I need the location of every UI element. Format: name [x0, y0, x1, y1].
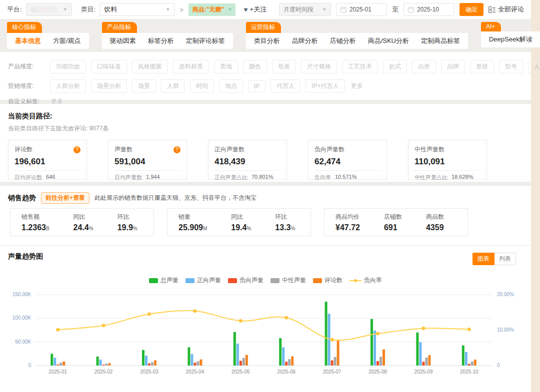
svg-text:2025-05: 2025-05 [232, 369, 250, 375]
sales-metric-value: 24.4% [74, 223, 94, 232]
filter-chips: 功能功效口味味道风格图案原料材质质地颜色包装尺寸规格工艺技术款式品类品牌形状型号… [50, 58, 540, 75]
sales-metric-value: 19.4% [231, 223, 251, 232]
period-type-select[interactable]: 月度时间段 ▼ [279, 3, 331, 16]
all-comments-button[interactable]: 全部评论 [488, 5, 524, 14]
toggle-list-view[interactable]: 列表 [494, 253, 516, 265]
sales-metric-unit: % [290, 226, 295, 231]
close-icon[interactable]: × [228, 6, 232, 13]
sales-metric-value: 19.9% [118, 223, 138, 232]
sales-metric-value: 4359 [426, 223, 444, 232]
topbar-right: 月度时间段 ▼ 2025-01 至 2025-10 确定 全部评论 [279, 3, 524, 16]
nav-tab[interactable]: 商品/SKU分析 [368, 36, 409, 45]
svg-text:20.00%: 20.00% [497, 292, 514, 297]
sales-card: 销量25.909M同比19.4%环比13.3% [167, 208, 311, 236]
follow-label: +关注 [250, 5, 267, 14]
legend-label: 负向声量 [240, 276, 264, 285]
svg-text:2025-03: 2025-03 [140, 369, 158, 375]
filter-chip[interactable]: 工艺技术 [342, 60, 378, 73]
nav-tab[interactable]: 类目分析 [254, 36, 280, 45]
metric-card-header: 中性声量数 [414, 145, 480, 154]
date-from-input[interactable]: 2025-01 [336, 3, 387, 16]
sales-metric: 店铺数691 [384, 213, 402, 232]
platform-value-redacted [30, 6, 58, 12]
filter-chip[interactable]: 口味味道 [91, 60, 127, 73]
legend-swatch [228, 278, 237, 283]
svg-text:100.00K: 100.00K [12, 315, 32, 321]
filter-chip[interactable]: 人体特征 [528, 60, 540, 73]
legend-item[interactable]: 总声量 [149, 276, 178, 285]
calendar-icon [408, 7, 414, 12]
filter-chip[interactable]: IP+代言人 [306, 79, 344, 93]
filter-chip[interactable]: 地点 [219, 79, 243, 93]
nav-group-badge: 核心指标 [7, 22, 42, 33]
filter-chip[interactable]: 品类 [412, 60, 436, 73]
chevron-down-icon: ▼ [322, 7, 326, 12]
filter-chip[interactable]: 场景分析 [91, 79, 127, 93]
nav-tab[interactable]: 品牌分析 [292, 36, 318, 45]
help-icon[interactable]: ? [174, 146, 180, 153]
metric-card: 声量数?591,004日均声量数1,944 [108, 140, 187, 180]
sales-metric-unit: M [203, 226, 207, 231]
legend-item[interactable]: 负向率 [350, 276, 382, 285]
legend-item[interactable]: 负向声量 [228, 276, 264, 285]
sales-metric-label: 销量 [178, 213, 207, 221]
metric-card-footer: 日均评论数646 [14, 174, 80, 181]
filter-chip[interactable]: 型号 [499, 60, 523, 73]
filter-chip[interactable]: 人群分析 [50, 79, 86, 93]
filter-chip[interactable]: 品牌 [441, 60, 465, 73]
filter-chip[interactable]: 人群 [161, 79, 185, 93]
filter-chip[interactable]: 包装 [272, 60, 296, 73]
legend-swatch [186, 278, 194, 283]
more-link[interactable]: 更多 [351, 82, 363, 90]
filter-chip[interactable]: 时间 [190, 79, 214, 93]
filter-chip[interactable]: 功能功效 [50, 60, 86, 73]
legend-item[interactable]: 正向声量 [186, 276, 221, 285]
sales-metric-label: 商品均价 [336, 213, 360, 221]
sales-title: 销售趋势 [8, 194, 36, 203]
svg-text:150.00K: 150.00K [12, 292, 32, 297]
filter-chip[interactable]: 场景 [132, 79, 156, 93]
nav-tab[interactable]: 店铺分析 [330, 36, 356, 45]
nav-tab[interactable]: 定制商品标签 [421, 36, 460, 45]
sales-metric: 同比24.4% [74, 213, 94, 232]
comment-list-icon [488, 6, 496, 13]
svg-text:2025-07: 2025-07 [323, 369, 342, 375]
filter-chip[interactable]: 款式 [383, 60, 407, 73]
filter-chip[interactable]: 形状 [470, 60, 494, 73]
nav-tab[interactable]: 方面/观点 [53, 36, 81, 45]
sales-metric: 商品均价¥47.72 [336, 213, 360, 232]
breadcrumb-separator: > [180, 6, 184, 13]
filter-chip[interactable]: 原料材质 [173, 60, 209, 73]
legend-item[interactable]: 中性声量 [270, 276, 306, 285]
chevron-down-icon: ▼ [166, 7, 170, 12]
follow-button[interactable]: ♥ +关注 [244, 5, 266, 14]
filter-chip[interactable]: 风格图案 [132, 60, 168, 73]
product-filter-tag[interactable]: 商品:"无糖" × [188, 3, 236, 16]
filter-chip[interactable]: IP [248, 80, 266, 92]
toggle-chart-view[interactable]: 图表 [472, 253, 494, 265]
nav-tab[interactable]: 定制评论标签 [186, 36, 225, 45]
sales-analyze-link-button[interactable]: 前往分析+查看 [41, 192, 90, 204]
sales-header: 销售趋势 前往分析+查看 此处展示的销售数据只覆盖天猫、京东、抖音平台，不含淘宝 [0, 186, 531, 208]
legend-item[interactable]: 评论数 [313, 276, 342, 285]
filter-chip[interactable]: 尺寸规格 [301, 60, 337, 73]
legend-label: 评论数 [324, 276, 342, 285]
nav-tab[interactable]: 基本信息 [15, 36, 41, 45]
sales-metric: 同比19.4% [231, 213, 251, 232]
nav-tab[interactable]: 驱动因素 [110, 36, 136, 45]
metric-cards-row: 评论数?196,601日均评论数646声量数?591,004日均声量数1,944… [8, 140, 523, 180]
period-type-value: 月度时间段 [284, 5, 314, 14]
category-select[interactable]: 饮料 ▼ [100, 3, 174, 16]
date-to-input[interactable]: 2025-10 [404, 3, 454, 16]
chevron-down-icon: ▼ [63, 7, 68, 12]
help-icon[interactable]: ? [74, 146, 80, 153]
nav-tab[interactable]: 标签分析 [148, 36, 174, 45]
nav-tab[interactable]: DeepSeek解读 [489, 35, 532, 44]
confirm-button[interactable]: 确定 [460, 3, 484, 16]
filter-chip[interactable]: 质地 [214, 60, 238, 73]
filter-chip[interactable]: 颜色 [243, 60, 267, 73]
platform-select[interactable]: ▼ [26, 3, 72, 16]
filter-row-marketing: 营销维度: 人群分析场景分析场景人群时间地点IP代言人IP+代言人更多 [8, 79, 523, 93]
metric-card: 正向声量数418,439正向声量占比70.801% [208, 140, 287, 180]
filter-chip[interactable]: 代言人 [270, 79, 300, 93]
